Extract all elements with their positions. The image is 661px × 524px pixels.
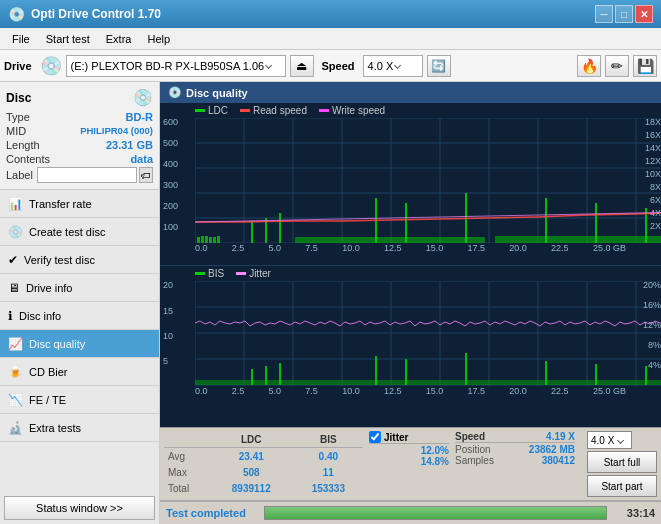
svg-rect-24 (217, 236, 220, 243)
disc-label-key: Label (6, 169, 33, 181)
disc-info-icon: ℹ (8, 309, 13, 323)
right-ylabel-6x: 6X (650, 195, 661, 205)
drive-icon: 💿 (40, 55, 62, 77)
menu-help[interactable]: Help (139, 31, 178, 47)
svg-rect-59 (465, 353, 467, 385)
app-icon: 💿 (8, 6, 25, 22)
save-button[interactable]: 💾 (633, 55, 657, 77)
bottom-ylabel-15: 15 (163, 306, 173, 316)
time-display: 33:14 (615, 507, 655, 519)
speed-select[interactable]: 4.0 X (363, 55, 423, 77)
jitter-section: Jitter 12.0% 14.8% (369, 431, 449, 497)
status-text: Test completed (166, 507, 256, 519)
legend-read-speed: Read speed (240, 105, 307, 116)
disc-panel-icon: 💿 (133, 88, 153, 107)
svg-rect-23 (213, 237, 216, 243)
speed-row: Speed 4.19 X (455, 431, 575, 443)
nav-transfer-rate[interactable]: 📊 Transfer rate (0, 190, 159, 218)
sidebar: Disc 💿 Type BD-R MID PHILIPR04 (000) Len… (0, 82, 160, 524)
menu-bar: File Start test Extra Help (0, 28, 661, 50)
bottom-bar: Test completed 33:14 (160, 500, 661, 524)
disc-label-btn[interactable]: 🏷 (139, 167, 153, 183)
bottom-chart-legend: BIS Jitter (160, 266, 661, 281)
refresh-button[interactable]: 🔄 (427, 55, 451, 77)
verify-test-disc-icon: ✔ (8, 253, 18, 267)
burn-button[interactable]: 🔥 (577, 55, 601, 77)
svg-rect-58 (405, 359, 407, 385)
right-ylabel-14x: 14X (645, 143, 661, 153)
jitter-header-row: Jitter (369, 431, 449, 444)
eject-button[interactable]: ⏏ (290, 55, 314, 77)
extra-tests-icon: 🔬 (8, 421, 23, 435)
jitter-checkbox[interactable] (369, 431, 381, 443)
stats-max-label: Max (164, 465, 209, 481)
right-ylabel-20pct: 20% (643, 280, 661, 290)
stats-total-label: Total (164, 481, 209, 497)
top-chart-ylabel-200: 200 (163, 201, 178, 211)
nav-drive-info[interactable]: 🖥 Drive info (0, 274, 159, 302)
menu-file[interactable]: File (4, 31, 38, 47)
legend-write-speed: Write speed (319, 105, 385, 116)
main-area: Disc 💿 Type BD-R MID PHILIPR04 (000) Len… (0, 82, 661, 524)
nav-disc-info[interactable]: ℹ Disc info (0, 302, 159, 330)
nav-create-test-disc[interactable]: 💿 Create test disc (0, 218, 159, 246)
verify-test-disc-label: Verify test disc (24, 254, 95, 266)
disc-type-label: Type (6, 111, 30, 123)
speed-label: Speed (455, 431, 485, 442)
speed-label: Speed (322, 60, 355, 72)
disc-quality-label: Disc quality (29, 338, 85, 350)
right-ylabel-18x: 18X (645, 117, 661, 127)
disc-quality-icon: 📈 (8, 337, 23, 351)
disc-length-label: Length (6, 139, 40, 151)
edit-button[interactable]: ✏ (605, 55, 629, 77)
svg-rect-22 (209, 237, 212, 243)
legend-ldc: LDC (195, 105, 228, 116)
nav-cd-bier[interactable]: 🍺 CD Bier (0, 358, 159, 386)
svg-rect-32 (495, 236, 661, 243)
minimize-button[interactable]: ─ (595, 5, 613, 23)
speed-select-arrow (617, 436, 624, 443)
right-ylabel-12pct: 12% (643, 320, 661, 330)
start-full-button[interactable]: Start full (587, 451, 657, 473)
speed-select-box[interactable]: 4.0 X (587, 431, 632, 449)
status-window-button[interactable]: Status window >> (4, 496, 155, 520)
top-xaxis: 0.02.55.07.510.012.515.017.520.022.525.0… (160, 243, 661, 253)
bottom-ylabel-20: 20 (163, 280, 173, 290)
top-chart-ylabel-500: 500 (163, 138, 178, 148)
nav-extra-tests[interactable]: 🔬 Extra tests (0, 414, 159, 442)
nav-fe-te[interactable]: 📉 FE / TE (0, 386, 159, 414)
svg-rect-55 (265, 366, 267, 385)
bottom-ylabel-10: 10 (163, 331, 173, 341)
maximize-button[interactable]: □ (615, 5, 633, 23)
position-value: 23862 MB (529, 444, 575, 455)
nav-disc-quality[interactable]: 📈 Disc quality (0, 330, 159, 358)
menu-extra[interactable]: Extra (98, 31, 140, 47)
stats-ldc-total: 8939112 (209, 481, 294, 497)
stats-ldc-avg: 23.41 (209, 448, 294, 465)
disc-label-input[interactable] (37, 167, 137, 183)
menu-start-test[interactable]: Start test (38, 31, 98, 47)
svg-rect-34 (595, 203, 597, 243)
drive-select[interactable]: (E:) PLEXTOR BD-R PX-LB950SA 1.06 (66, 55, 286, 77)
disc-panel: Disc 💿 Type BD-R MID PHILIPR04 (000) Len… (0, 82, 159, 190)
svg-rect-25 (251, 221, 253, 243)
read-speed-legend-color (240, 109, 250, 112)
top-chart-legend: LDC Read speed Write speed (160, 103, 661, 118)
bottom-chart-container: BIS Jitter (160, 265, 661, 428)
svg-rect-21 (205, 236, 208, 243)
speed-position-section: Speed 4.19 X Position 23862 MB Samples 3… (455, 431, 575, 497)
close-button[interactable]: ✕ (635, 5, 653, 23)
stats-empty (164, 431, 209, 448)
right-ylabel-12x: 12X (645, 156, 661, 166)
drive-dropdown-arrow (265, 62, 272, 69)
right-ylabel-4pct: 4% (648, 360, 661, 370)
drive-info-icon: 🖥 (8, 281, 20, 295)
stats-bis-total: 153333 (294, 481, 363, 497)
disc-type-value: BD-R (126, 111, 154, 123)
disc-contents-value: data (130, 153, 153, 165)
start-part-button[interactable]: Start part (587, 475, 657, 497)
jitter-avg-row: 12.0% (369, 445, 449, 456)
transfer-rate-label: Transfer rate (29, 198, 92, 210)
right-ylabel-8pct: 8% (648, 340, 661, 350)
nav-verify-test-disc[interactable]: ✔ Verify test disc (0, 246, 159, 274)
